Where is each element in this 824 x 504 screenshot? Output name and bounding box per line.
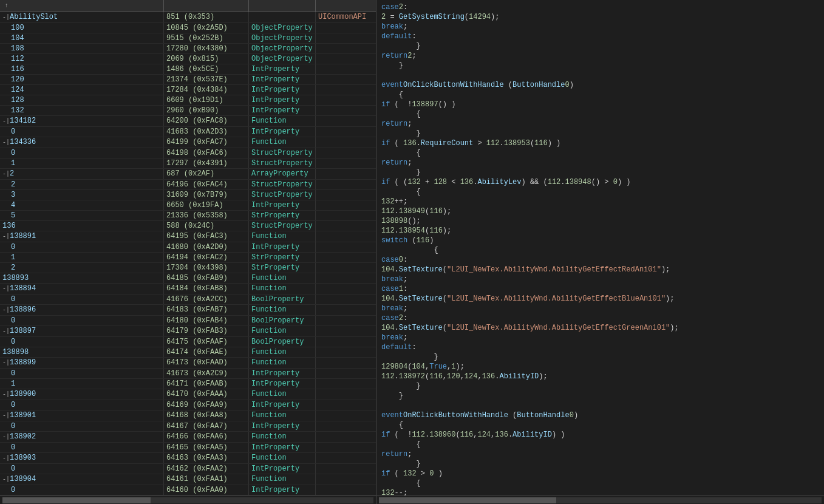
table-row[interactable]: 041673 (0xA2C9)IntProperty <box>0 369 376 379</box>
table-row[interactable]: -|13889464184 (0xFAB8)Function <box>0 284 376 295</box>
table-row[interactable]: 064167 (0xFAA7)IntProperty <box>0 421 376 432</box>
col-header-super[interactable] <box>316 0 376 12</box>
cell-super <box>316 295 376 304</box>
sort-icon-name: ↑ <box>5 2 9 9</box>
code-line: } <box>376 391 824 401</box>
table-row[interactable]: 521336 (0x5358)StrProperty <box>0 211 376 221</box>
cell-class: BoolProperty <box>249 295 316 304</box>
table-row[interactable]: 1161486 (0x5CE)IntProperty <box>0 64 376 75</box>
right-scrollbar-thumb[interactable] <box>379 497 556 503</box>
expand-icon[interactable]: -| <box>2 327 9 336</box>
right-scrollbar-track[interactable] <box>379 497 822 503</box>
table-row[interactable]: -|2687 (0x2AF)ArrayProperty <box>0 169 376 180</box>
code-line: case 1: <box>376 284 824 294</box>
cell-num: 41680 (0xA2D0) <box>164 242 249 252</box>
cell-super <box>316 137 376 148</box>
expand-icon[interactable]: -| <box>2 232 9 242</box>
col-header-num[interactable] <box>164 0 249 12</box>
cell-num: 2069 (0x815) <box>164 54 249 64</box>
table-row[interactable]: 217304 (0x4398)StrProperty <box>0 263 376 273</box>
cell-num: 64195 (0xFAC3) <box>164 231 249 242</box>
cell-name: 5 <box>0 211 164 220</box>
table-row[interactable]: 1122069 (0x815)ObjectProperty <box>0 54 376 64</box>
table-row[interactable]: -|13433664199 (0xFAC7)Function <box>0 137 376 148</box>
table-row[interactable]: 064162 (0xFAA2)IntProperty <box>0 464 376 474</box>
table-row[interactable]: -|13890164168 (0xFAA8)Function <box>0 410 376 421</box>
expand-icon[interactable]: -| <box>2 475 9 485</box>
cell-super <box>316 23 376 33</box>
table-header: ↑ <box>0 0 376 12</box>
table-row[interactable]: -|13890264166 (0xFAA6)Function <box>0 432 376 443</box>
code-line: 2 = GetSystemString(14294); <box>376 12 824 22</box>
table-row[interactable]: 1286609 (0x19D1)IntProperty <box>0 95 376 106</box>
table-row[interactable]: 264196 (0xFAC4)StructProperty <box>0 180 376 190</box>
cell-name: -|134182 <box>0 116 164 126</box>
table-row[interactable]: 1049515 (0x252B)ObjectProperty <box>0 33 376 44</box>
code-editor[interactable]: case 2: 2 = GetSystemString(14294); brea… <box>376 0 824 495</box>
table-row[interactable]: 041680 (0xA2D0)IntProperty <box>0 242 376 253</box>
table-row[interactable]: 10817280 (0x4380)ObjectProperty <box>0 44 376 54</box>
expand-icon[interactable]: -| <box>2 454 9 463</box>
table-row[interactable]: 164171 (0xFAAB)IntProperty <box>0 379 376 389</box>
col-header-class[interactable] <box>249 0 316 12</box>
table-row[interactable]: -|13418264200 (0xFAC8)Function <box>0 116 376 127</box>
horizontal-scrollbar[interactable] <box>0 495 376 504</box>
table-row[interactable]: 136588 (0x24C)StructProperty <box>0 221 376 231</box>
table-row[interactable]: 13889364185 (0xFAB9)Function <box>0 273 376 284</box>
expand-icon[interactable]: -| <box>2 358 9 368</box>
table-row[interactable]: 064175 (0xFAAF)BoolProperty <box>0 337 376 347</box>
table-row[interactable]: -|13889164195 (0xFAC3)Function <box>0 231 376 242</box>
expand-icon[interactable]: -| <box>2 117 9 126</box>
code-line: { <box>376 440 824 449</box>
cell-class: IntProperty <box>249 369 316 378</box>
cell-class: StrProperty <box>249 263 316 273</box>
table-row[interactable]: -|13890064170 (0xFAAA)Function <box>0 389 376 400</box>
table-row[interactable]: -|13889964173 (0xFAAD)Function <box>0 358 376 369</box>
table-row[interactable]: -|13890464161 (0xFAA1)Function <box>0 474 376 485</box>
cell-name: -|134336 <box>0 137 164 148</box>
scrollbar-thumb[interactable] <box>2 497 151 503</box>
expand-icon[interactable]: -| <box>2 13 9 22</box>
expand-icon[interactable]: -| <box>2 411 9 421</box>
table-body[interactable]: -|AbilitySlot851 (0x353)UICommonAPI10010… <box>0 12 376 495</box>
cell-num: 17284 (0x4384) <box>164 85 249 95</box>
code-line: } <box>376 168 824 177</box>
expand-icon[interactable]: -| <box>2 169 9 179</box>
expand-icon[interactable]: -| <box>2 390 9 400</box>
table-row[interactable]: 1322960 (0xB90)IntProperty <box>0 106 376 116</box>
table-row[interactable]: 064198 (0xFAC6)StructProperty <box>0 148 376 158</box>
table-row[interactable]: 13889864174 (0xFAAE)Function <box>0 347 376 358</box>
expand-icon[interactable]: -| <box>2 305 9 315</box>
table-row[interactable]: -|13890364163 (0xFAA3)Function <box>0 453 376 464</box>
table-row[interactable]: -|13889764179 (0xFAB3)Function <box>0 326 376 337</box>
scrollbar-track[interactable] <box>2 497 373 503</box>
cell-super <box>316 453 376 463</box>
cell-class: IntProperty <box>249 379 316 389</box>
table-row[interactable]: -|13889664183 (0xFAB7)Function <box>0 305 376 316</box>
cell-name: 136 <box>0 221 164 231</box>
col-header-name[interactable]: ↑ <box>0 0 164 12</box>
table-row[interactable]: 331609 (0x7B79)StructProperty <box>0 190 376 200</box>
table-row[interactable]: 46650 (0x19FA)IntProperty <box>0 200 376 211</box>
cell-num: 64183 (0xFAB7) <box>164 305 249 315</box>
table-row[interactable]: 041676 (0xA2CC)BoolProperty <box>0 295 376 305</box>
code-line: } <box>376 41 824 51</box>
table-row[interactable]: 064180 (0xFAB4)BoolProperty <box>0 316 376 326</box>
expand-icon[interactable]: -| <box>2 284 9 294</box>
cell-name: 0 <box>0 443 164 452</box>
table-row[interactable]: 064165 (0xFAA5)IntProperty <box>0 443 376 453</box>
table-row[interactable]: 064160 (0xFAA0)IntProperty <box>0 485 376 495</box>
cell-super: UICommonAPI <box>316 12 376 22</box>
table-row[interactable]: -|AbilitySlot851 (0x353)UICommonAPI <box>0 12 376 23</box>
table-row[interactable]: 064169 (0xFAA9)IntProperty <box>0 400 376 410</box>
table-row[interactable]: 12021374 (0x537E)IntProperty <box>0 75 376 85</box>
expand-icon[interactable]: -| <box>2 432 9 442</box>
table-row[interactable]: 12417284 (0x4384)IntProperty <box>0 85 376 95</box>
table-row[interactable]: 10010845 (0x2A5D)ObjectProperty <box>0 23 376 33</box>
table-row[interactable]: 117297 (0x4391)StructProperty <box>0 158 376 169</box>
table-row[interactable]: 041683 (0xA2D3)IntProperty <box>0 127 376 137</box>
expand-icon[interactable]: -| <box>2 138 9 148</box>
code-line: if ( (132 + 128 < 136.AbilityLev) && (11… <box>376 177 824 187</box>
right-bottom-scroll[interactable] <box>376 495 824 504</box>
table-row[interactable]: 164194 (0xFAC2)StrProperty <box>0 253 376 263</box>
